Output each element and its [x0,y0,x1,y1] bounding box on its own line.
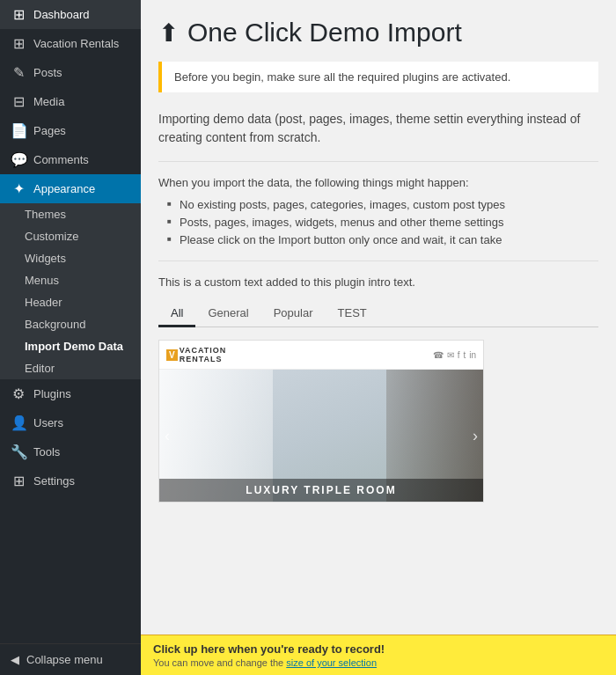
appearance-submenu: Themes Customize Widgets Menus Header Ba… [0,203,141,379]
demo-preview-header: V VACATION RENTALS ☎ ✉ f t in [159,341,483,370]
users-icon: 👤 [11,415,26,431]
demo-preview-image: ‹ › LUXURY TRIPLE ROOM [159,370,483,502]
bullet-item-1: No existing posts, pages, categories, im… [167,198,598,211]
bullet-item-2: Posts, pages, images, widgets, menus and… [167,216,598,229]
posts-icon: ✎ [11,64,26,81]
collapse-menu-button[interactable]: ◀ Collapse menu [0,643,141,675]
tab-all[interactable]: All [158,301,195,327]
submenu-widgets[interactable]: Widgets [0,247,141,269]
sidebar-item-settings[interactable]: ⊞ Settings [0,466,141,495]
vr-logo: V VACATION RENTALS [166,346,226,363]
vacation-rentals-icon: ⊞ [11,35,26,52]
sidebar-item-comments[interactable]: 💬 Comments [0,145,141,174]
header-nav-links: ☎ ✉ f t in [433,350,476,360]
tab-general[interactable]: General [195,301,260,327]
sidebar-item-pages[interactable]: 📄 Pages [0,116,141,145]
highlight-text: size of your selection [286,657,377,668]
sidebar-item-label: Dashboard [33,8,90,21]
prev-arrow[interactable]: ‹ [165,427,170,445]
sidebar: ⊞ Dashboard ⊞ Vacation Rentals ✎ Posts ⊟… [0,0,141,675]
settings-icon: ⊞ [11,473,26,489]
upload-icon: ⬆ [158,18,179,48]
collapse-icon: ◀ [11,653,19,666]
sidebar-item-tools[interactable]: 🔧 Tools [0,437,141,466]
plugins-icon: ⚙ [11,385,26,402]
submenu-menus[interactable]: Menus [0,269,141,291]
bottom-spacer [158,503,598,520]
sidebar-item-label: Plugins [33,387,71,400]
tab-popular[interactable]: Popular [261,301,326,327]
sidebar-item-label: Tools [33,445,60,459]
submenu-editor[interactable]: Editor [0,357,141,379]
sidebar-item-plugins[interactable]: ⚙ Plugins [0,379,141,408]
main-area: ⬆ One Click Demo Import Before you begin… [141,0,616,675]
submenu-background[interactable]: Background [0,313,141,335]
next-arrow[interactable]: › [473,427,478,445]
submenu-header[interactable]: Header [0,291,141,313]
dashboard-icon: ⊞ [11,6,26,23]
sidebar-item-posts[interactable]: ✎ Posts [0,58,141,87]
tools-icon: 🔧 [11,444,26,460]
sidebar-item-label: Appearance [33,182,95,195]
notice-box: Before you begin, make sure all the requ… [158,62,598,92]
sidebar-item-label: Settings [33,474,75,488]
demo-preview-card: V VACATION RENTALS ☎ ✉ f t in ‹ [158,340,484,503]
submenu-themes[interactable]: Themes [0,203,141,225]
sidebar-item-appearance[interactable]: ✦ Appearance [0,174,141,203]
sidebar-item-vacation-rentals[interactable]: ⊞ Vacation Rentals [0,29,141,58]
bottom-bar: Click up here when you're ready to recor… [141,635,616,675]
submenu-customize[interactable]: Customize [0,225,141,247]
vr-logo-v: V [166,349,178,361]
sidebar-item-users[interactable]: 👤 Users [0,408,141,437]
content-area: ⬆ One Click Demo Import Before you begin… [141,0,616,635]
collapse-label: Collapse menu [26,653,103,666]
tab-test[interactable]: TEST [326,301,379,327]
sidebar-item-label: Users [33,416,63,429]
sidebar-item-label: Media [33,95,64,108]
page-title-text: One Click Demo Import [187,18,462,48]
bullet-item-3: Please click on the Import button only o… [167,233,598,246]
media-icon: ⊟ [11,93,26,110]
divider-2 [158,260,598,261]
divider-1 [158,161,598,162]
notice-text: Before you begin, make sure all the requ… [174,70,510,84]
sidebar-item-label: Comments [33,153,89,166]
sidebar-item-label: Posts [33,66,62,79]
bullet-list: No existing posts, pages, categories, im… [167,198,598,246]
vr-brand-text: VACATION RENTALS [180,346,227,363]
sidebar-item-dashboard[interactable]: ⊞ Dashboard [0,0,141,29]
sidebar-item-label: Pages [33,124,66,137]
submenu-import-demo[interactable]: Import Demo Data [0,335,141,357]
comments-icon: 💬 [11,151,26,168]
bottom-bar-title: Click up here when you're ready to recor… [153,642,604,656]
custom-text: This is a custom text added to this plug… [158,275,598,289]
sidebar-item-label: Vacation Rentals [33,37,119,50]
intro-text: Importing demo data (post, pages, images… [158,110,598,147]
appearance-icon: ✦ [11,180,26,197]
when-import-text: When you import the data, the following … [158,176,598,189]
sidebar-item-media[interactable]: ⊟ Media [0,87,141,116]
page-title: ⬆ One Click Demo Import [158,18,598,48]
pages-icon: 📄 [11,122,26,139]
bottom-bar-subtitle: You can move and change the size of your… [153,657,604,668]
demo-tabs: All General Popular TEST [158,301,598,327]
room-label: LUXURY TRIPLE ROOM [159,479,483,502]
